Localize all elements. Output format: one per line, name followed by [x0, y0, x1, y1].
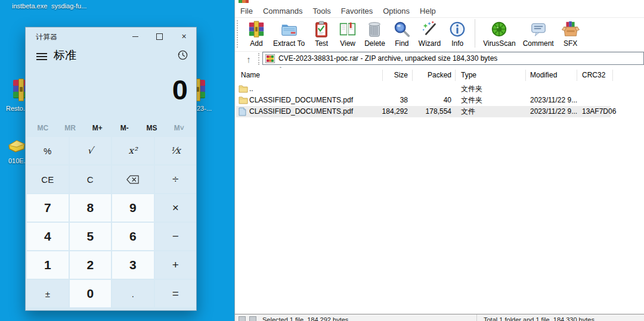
key-icon[interactable]: [239, 316, 246, 321]
delete-trash-icon: [365, 20, 384, 39]
key-9[interactable]: 9: [112, 194, 154, 222]
calculator-keypad: % √ x² ⅟x CE C ÷ 7 8 9 × 4 5 6 − 1 2 3: [27, 137, 196, 307]
table-row[interactable]: .. 文件夹: [235, 83, 644, 95]
comment-icon: [529, 20, 548, 39]
view-book-icon: [338, 20, 357, 39]
maximize-button[interactable]: [147, 27, 172, 45]
history-icon[interactable]: [177, 49, 188, 63]
delete-button[interactable]: Delete: [361, 17, 389, 48]
key-add[interactable]: +: [155, 251, 197, 279]
maximize-icon: [156, 33, 163, 40]
menu-tools[interactable]: Tools: [311, 7, 332, 15]
key-negate[interactable]: ±: [27, 280, 69, 307]
test-button[interactable]: Test: [308, 17, 335, 48]
up-directory-button[interactable]: ↑: [242, 52, 255, 66]
address-text: CVE-2023-38831-poc.rar - ZIP archive, un…: [278, 54, 497, 63]
winrar-statusbar: Selected 1 file, 184,292 bytes Total 1 f…: [235, 314, 644, 321]
calculator-display: 0: [26, 71, 188, 108]
menu-favorites[interactable]: Favorites: [340, 7, 374, 15]
info-icon: [448, 20, 467, 39]
key-7[interactable]: 7: [27, 194, 69, 222]
virus-scan-icon: [490, 20, 509, 39]
key-clear[interactable]: C: [70, 166, 112, 193]
key-decimal[interactable]: .: [112, 280, 154, 307]
find-magnifier-icon: [392, 20, 411, 39]
sfx-button[interactable]: SFX: [558, 17, 584, 48]
key-reciprocal[interactable]: ⅟x: [155, 137, 197, 164]
winrar-app-icon: [239, 0, 249, 3]
menu-options[interactable]: Options: [382, 7, 411, 15]
extract-folder-icon: [280, 20, 299, 39]
key-equals[interactable]: =: [155, 280, 197, 307]
add-button[interactable]: Add: [243, 17, 270, 48]
key-sqrt[interactable]: √: [70, 137, 112, 164]
memory-list-button[interactable]: M˅: [165, 121, 193, 135]
table-row[interactable]: CLASSIFIED_DOCUMENTS.pdf 184,292 178,554…: [235, 106, 644, 117]
key-square[interactable]: x²: [112, 137, 154, 164]
table-row[interactable]: CLASSIFIED_DOCUMENTS.pdf 38 40 文件夹 2023/…: [235, 95, 644, 106]
memory-add-button[interactable]: M+: [83, 121, 111, 135]
menu-file[interactable]: File: [239, 7, 254, 15]
column-header-modified[interactable]: Modified: [530, 67, 557, 83]
address-combobox[interactable]: CVE-2023-38831-poc.rar - ZIP archive, un…: [262, 52, 644, 65]
comment-button[interactable]: Comment: [519, 17, 558, 48]
close-button[interactable]: ×: [172, 27, 196, 45]
column-header-packed[interactable]: Packed: [412, 67, 451, 83]
desktop-icon-label-23[interactable]: 23-...: [197, 105, 212, 112]
key-1[interactable]: 1: [27, 251, 69, 279]
sfx-box-icon: [561, 20, 580, 39]
desktop: instbeta.exe sysdiag-fu... Resto... 010E…: [0, 0, 644, 321]
info-button[interactable]: Info: [444, 17, 470, 48]
memory-recall-button[interactable]: MR: [57, 121, 84, 135]
wizard-button[interactable]: Wizard: [415, 17, 444, 48]
column-header-type[interactable]: Type: [461, 67, 476, 83]
winrar-window: File Commands Tools Favorites Options He…: [234, 0, 644, 321]
key-divide[interactable]: ÷: [155, 166, 197, 193]
find-button[interactable]: Find: [389, 17, 415, 48]
desktop-label-instbeta[interactable]: instbeta.exe: [12, 2, 47, 10]
column-header-name[interactable]: Name: [241, 67, 260, 83]
test-clipboard-icon: [312, 20, 331, 39]
gold-editor-icon[interactable]: [7, 136, 26, 157]
memory-clear-button[interactable]: MC: [29, 121, 57, 135]
key-multiply[interactable]: ×: [155, 194, 197, 222]
calculator-titlebar[interactable]: 计算器 ×: [26, 27, 196, 45]
column-header-crc32[interactable]: CRC32: [582, 67, 605, 83]
add-archive-icon: [247, 20, 266, 39]
key-2[interactable]: 2: [70, 251, 112, 279]
wizard-wand-icon: [420, 20, 439, 39]
winrar-address-row: ↑ CVE-2023-38831-poc.rar - ZIP archive, …: [235, 51, 644, 68]
toolbar-separator: [475, 19, 475, 48]
calculator-window: 计算器 × 标准 0 MC MR M+ M- MS: [25, 27, 197, 311]
desktop-label-sysdiag[interactable]: sysdiag-fu...: [51, 2, 86, 10]
sort-ascending-icon: ˆ: [280, 66, 281, 72]
key-6[interactable]: 6: [112, 223, 154, 250]
menu-commands[interactable]: Commands: [262, 7, 304, 15]
winrar-titlebar[interactable]: [235, 0, 644, 4]
view-button[interactable]: View: [335, 17, 361, 48]
status-total-text: Total 1 folder and 1 file, 184,330 bytes: [484, 316, 595, 321]
key-5[interactable]: 5: [70, 223, 112, 250]
extract-to-button[interactable]: Extract To: [270, 17, 308, 48]
menu-hamburger-icon[interactable]: [36, 53, 47, 62]
calculator-title: 计算器: [36, 32, 57, 42]
key-clear-entry[interactable]: CE: [27, 166, 69, 193]
memory-store-button[interactable]: MS: [138, 121, 166, 135]
menu-help[interactable]: Help: [419, 7, 437, 15]
address-gripper[interactable]: [258, 53, 261, 65]
memory-subtract-button[interactable]: M-: [111, 121, 138, 135]
key-4[interactable]: 4: [27, 223, 69, 250]
backspace-icon: [126, 175, 140, 184]
disk-icon[interactable]: [249, 316, 256, 321]
minimize-button[interactable]: [123, 27, 147, 45]
file-list: Name ˆ Size Packed Type Modified CRC32 .…: [235, 67, 644, 314]
key-3[interactable]: 3: [112, 251, 154, 279]
key-backspace[interactable]: [112, 166, 154, 193]
key-0[interactable]: 0: [70, 280, 112, 307]
statusbar-divider: [476, 314, 477, 321]
key-percent[interactable]: %: [27, 137, 69, 164]
key-8[interactable]: 8: [70, 194, 112, 222]
key-subtract[interactable]: −: [155, 223, 197, 250]
virusscan-button[interactable]: VirusScan: [479, 17, 519, 48]
column-header-size[interactable]: Size: [382, 67, 408, 83]
